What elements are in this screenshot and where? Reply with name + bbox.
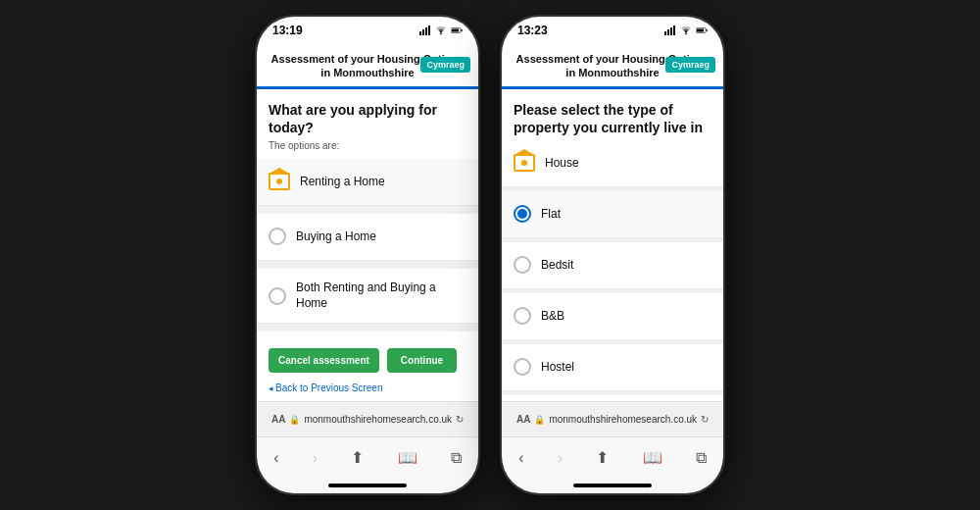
home-indicator-2 — [502, 478, 723, 493]
content-inner-2: Please select the type of property you c… — [502, 89, 723, 401]
option-flat[interactable]: Flat — [502, 191, 723, 238]
reload-icon-2[interactable]: ↻ — [701, 414, 709, 425]
gap-3 — [257, 324, 478, 332]
house-radio-icon-2 — [514, 154, 535, 172]
status-bar-2: 13:23 — [502, 17, 723, 44]
option-label-bedsit: Bedsit — [541, 258, 573, 274]
svg-point-4 — [440, 33, 442, 35]
option-buying-home[interactable]: Buying a Home — [257, 214, 478, 261]
wifi-icon — [435, 25, 447, 36]
buttons-row-1: Cancel assessment Continue — [257, 338, 478, 382]
radio-hostel — [514, 358, 531, 376]
battery-icon — [451, 25, 463, 36]
home-indicator-1 — [257, 478, 478, 493]
nav-bar-1: ‹ › ⬆ 📖 ⧉ — [257, 436, 478, 478]
tabs-nav-button-2[interactable]: ⧉ — [688, 445, 714, 471]
time-2: 13:23 — [517, 24, 548, 37]
continue-button[interactable]: Continue — [387, 348, 457, 373]
radio-bedsit — [514, 256, 531, 274]
svg-rect-14 — [707, 29, 708, 31]
gap-2 — [257, 261, 478, 269]
radio-flat-inner — [517, 209, 527, 219]
radio-both — [269, 287, 286, 305]
wifi-icon-2 — [680, 25, 692, 36]
options-list-2: House Flat Bedsit — [502, 140, 723, 401]
option-prison[interactable]: Prison — [502, 395, 723, 401]
option-house[interactable]: House — [502, 140, 723, 187]
bookmarks-nav-button-1[interactable]: 📖 — [390, 444, 425, 471]
radio-flat — [514, 205, 531, 223]
content-1: What are you applying for today? The opt… — [257, 89, 478, 401]
nav-bar-2: ‹ › ⬆ 📖 ⧉ — [502, 436, 723, 478]
battery-icon-2 — [696, 25, 708, 36]
tabs-nav-button-1[interactable]: ⧉ — [443, 445, 469, 471]
svg-rect-6 — [462, 29, 463, 31]
app-header-1: Assessment of your Housing Options in Mo… — [257, 44, 478, 86]
house-radio-inner-2 — [521, 160, 527, 166]
aa-text-1: AA — [271, 414, 285, 425]
status-icons-2 — [664, 25, 708, 36]
svg-rect-0 — [419, 31, 421, 35]
share-nav-button-1[interactable]: ⬆ — [343, 444, 371, 471]
svg-rect-1 — [422, 29, 424, 35]
svg-rect-8 — [664, 31, 666, 35]
gap-1 — [257, 206, 478, 214]
page-title-1: What are you applying for today? — [257, 89, 478, 140]
forward-nav-button-2: › — [550, 445, 570, 471]
radio-bb — [514, 307, 531, 325]
option-renting-home[interactable]: Renting a Home — [257, 159, 478, 206]
signal-icon — [419, 25, 431, 36]
lock-icon-1: 🔒 — [289, 415, 300, 425]
option-both-home[interactable]: Both Renting and Buying a Home — [257, 269, 478, 324]
svg-rect-10 — [670, 27, 672, 35]
option-label-renting: Renting a Home — [300, 175, 385, 190]
options-list-1: Renting a Home Buying a Home Both Rentin… — [257, 159, 478, 338]
option-label-house: House — [545, 156, 579, 172]
option-bb[interactable]: B&B — [502, 293, 723, 340]
aa-text-2: AA — [516, 414, 530, 425]
home-bar-2 — [573, 484, 652, 487]
status-icons-1 — [419, 25, 463, 36]
svg-rect-11 — [673, 26, 675, 35]
content-inner-1: What are you applying for today? The opt… — [257, 89, 478, 401]
cymraeg-button-1[interactable]: Cymraeg — [420, 57, 470, 73]
share-nav-button-2[interactable]: ⬆ — [588, 444, 616, 471]
option-label-flat: Flat — [541, 207, 561, 223]
option-hostel[interactable]: Hostel — [502, 344, 723, 391]
home-bar-1 — [328, 484, 407, 487]
page-title-2: Please select the type of property you c… — [502, 89, 723, 140]
svg-rect-15 — [697, 29, 704, 32]
back-nav-button-1[interactable]: ‹ — [266, 445, 286, 471]
browser-bar-2: AA 🔒 monmouthshirehomesearch.co.uk ↻ — [502, 401, 723, 436]
option-label-both: Both Renting and Buying a Home — [296, 280, 466, 311]
signal-icon-2 — [664, 25, 676, 36]
app-header-2: Assessment of your Housing Options in Mo… — [502, 44, 723, 86]
subtitle-1: The options are: — [257, 140, 478, 159]
cancel-assessment-button[interactable]: Cancel assessment — [269, 348, 379, 373]
time-1: 13:19 — [272, 24, 303, 37]
svg-rect-2 — [425, 27, 427, 35]
phone-2: 13:23 — [500, 15, 725, 495]
bookmarks-nav-button-2[interactable]: 📖 — [635, 444, 670, 471]
option-label-bb: B&B — [541, 309, 564, 325]
cymraeg-button-2[interactable]: Cymraeg — [665, 57, 715, 73]
content-2: Please select the type of property you c… — [502, 89, 723, 401]
house-radio-inner-1 — [276, 178, 282, 184]
lock-icon-2: 🔒 — [534, 415, 545, 425]
status-bar-1: 13:19 — [257, 17, 478, 44]
back-link-1[interactable]: Back to Previous Screen — [257, 382, 478, 401]
svg-rect-3 — [428, 26, 430, 35]
phone-1: 13:19 — [255, 15, 480, 495]
url-text-2: monmouthshirehomesearch.co.uk — [549, 414, 697, 425]
svg-point-12 — [685, 33, 687, 35]
back-nav-button-2[interactable]: ‹ — [511, 445, 531, 471]
option-bedsit[interactable]: Bedsit — [502, 242, 723, 289]
forward-nav-button-1: › — [305, 445, 325, 471]
url-text-1: monmouthshirehomesearch.co.uk — [304, 414, 452, 425]
svg-rect-7 — [452, 29, 459, 32]
radio-buying — [269, 228, 286, 245]
option-label-hostel: Hostel — [541, 360, 574, 376]
svg-rect-9 — [667, 29, 669, 35]
reload-icon-1[interactable]: ↻ — [456, 414, 464, 425]
option-label-buying: Buying a Home — [296, 230, 376, 245]
